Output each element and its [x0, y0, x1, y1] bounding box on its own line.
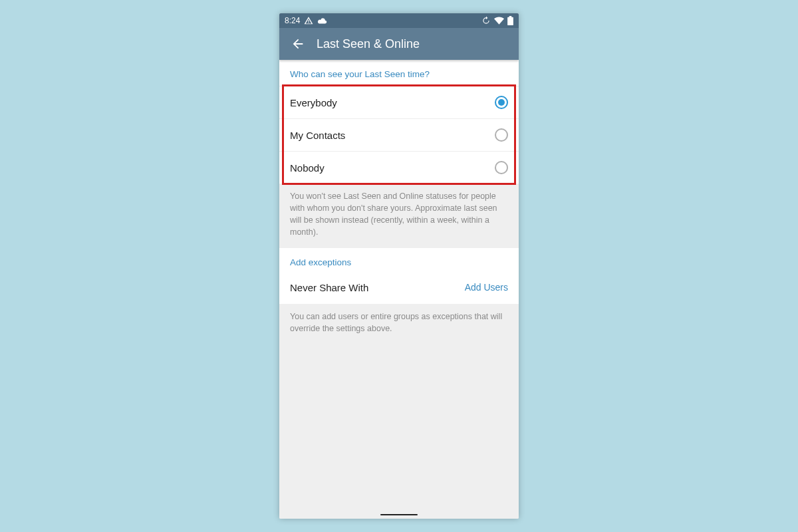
- back-button[interactable]: [285, 31, 311, 57]
- cloud-icon: [317, 17, 327, 25]
- radio-indicator-icon: [495, 128, 508, 142]
- page-title: Last Seen & Online: [317, 37, 420, 51]
- radio-group-visibility: Everybody My Contacts Nobody: [279, 86, 519, 184]
- help-text-visibility: You won't see Last Seen and Online statu…: [279, 184, 519, 248]
- exceptions-section: Add exceptions Never Share With Add User…: [279, 248, 519, 304]
- rotate-icon: [481, 16, 491, 25]
- warning-icon: [304, 16, 313, 25]
- radio-label: My Contacts: [290, 130, 345, 141]
- section-header-who: Who can see your Last Seen time?: [279, 60, 519, 86]
- status-time: 8:24: [285, 16, 300, 25]
- radio-option-everybody[interactable]: Everybody: [279, 86, 519, 118]
- never-share-row[interactable]: Never Share With Add Users: [279, 274, 519, 304]
- help-text-exceptions: You can add users or entire groups as ex…: [279, 304, 519, 344]
- app-bar: Last Seen & Online: [279, 28, 519, 60]
- never-share-label: Never Share With: [290, 282, 368, 293]
- radio-option-nobody[interactable]: Nobody: [279, 151, 519, 184]
- phone-frame: 8:24: [279, 13, 519, 519]
- add-users-button[interactable]: Add Users: [465, 282, 508, 293]
- arrow-left-icon: [291, 37, 305, 51]
- radio-option-my-contacts[interactable]: My Contacts: [279, 118, 519, 151]
- home-indicator[interactable]: [380, 514, 418, 515]
- status-bar: 8:24: [279, 13, 519, 28]
- radio-label: Nobody: [290, 162, 325, 174]
- radio-label: Everybody: [290, 97, 337, 108]
- radio-indicator-icon: [495, 161, 508, 174]
- stage: 8:24: [0, 0, 798, 532]
- radio-indicator-icon: [495, 96, 508, 109]
- section-header-exceptions: Add exceptions: [279, 248, 519, 274]
- wifi-icon: [494, 17, 504, 25]
- content-area: Who can see your Last Seen time? Everybo…: [279, 60, 519, 519]
- who-can-see-section: Who can see your Last Seen time? Everybo…: [279, 60, 519, 184]
- battery-icon: [507, 16, 513, 25]
